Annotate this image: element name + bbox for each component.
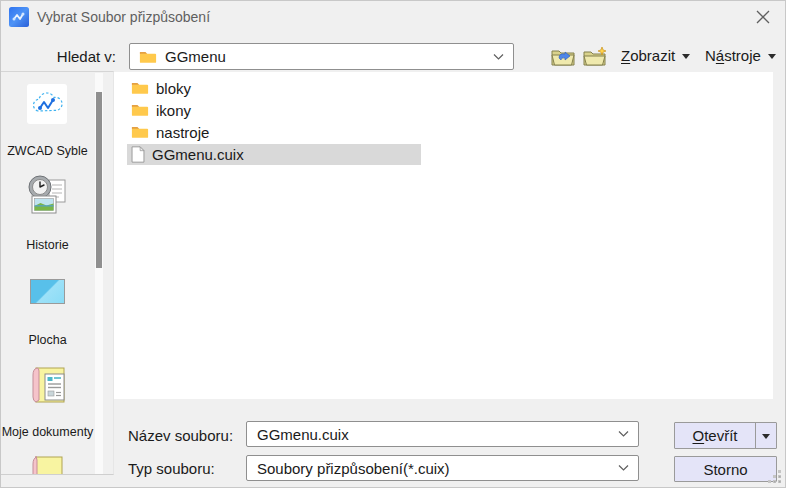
titlebar[interactable]: Vybrat Soubor přizpůsobení [1, 1, 785, 33]
create-new-folder-button[interactable] [582, 45, 609, 68]
folder-icon [131, 125, 149, 139]
view-menu[interactable]: Zobrazit [621, 47, 690, 64]
look-in-combobox[interactable]: GGmenu [129, 43, 514, 70]
sidebar-item-partial[interactable] [30, 455, 66, 475]
dialog-title: Vybrat Soubor přizpůsobení [37, 9, 210, 25]
sidebar-label-plocha[interactable]: Plocha [1, 333, 94, 347]
file-type-combobox[interactable]: Soubory přizpůsobení(*.cuix) [246, 455, 639, 481]
document-icon [131, 146, 145, 163]
view-menu-label: Zobrazit [621, 47, 675, 64]
sidebar-label-moje-dokumenty[interactable]: Moje dokumenty [1, 425, 94, 439]
zwcad-cloud-icon [27, 84, 67, 124]
chevron-down-icon[interactable] [493, 53, 504, 60]
app-logo-icon [9, 7, 29, 27]
file-name: ikony [156, 102, 191, 119]
sidebar-scrollbar[interactable] [95, 73, 103, 474]
file-row-selected[interactable]: GGmenu.cuix [114, 143, 773, 165]
sidebar-label-zwcad-syble[interactable]: ZWCAD Syble [1, 144, 94, 158]
back-folder-icon [551, 46, 576, 67]
open-dropdown-button[interactable] [755, 423, 776, 448]
file-name: bloky [156, 80, 191, 97]
open-file-dialog: Vybrat Soubor přizpůsobení Hledat v: GGm… [0, 0, 786, 488]
sidebar-item-moje-dokumenty[interactable] [28, 365, 70, 407]
last-folder-visited-button[interactable] [550, 45, 577, 68]
history-icon [25, 172, 71, 218]
resize-grip[interactable] [765, 467, 783, 485]
tools-menu[interactable]: Nástroje [705, 47, 776, 64]
file-row[interactable]: ikony [114, 99, 773, 121]
folder-icon [131, 81, 149, 95]
file-row[interactable]: bloky [114, 77, 773, 99]
file-row[interactable]: nastroje [114, 121, 773, 143]
chevron-down-icon[interactable] [618, 465, 629, 472]
sidebar-item-historie[interactable] [25, 172, 71, 218]
file-name: nastroje [156, 124, 209, 141]
chevron-down-icon[interactable] [618, 431, 629, 438]
cancel-button[interactable]: Storno [674, 456, 777, 482]
folder-icon [139, 50, 157, 64]
folder-partial-icon [30, 455, 66, 475]
desktop-icon [30, 279, 65, 304]
my-documents-icon [28, 365, 70, 407]
folder-icon [131, 103, 149, 117]
file-name-label: Název souboru: [128, 427, 233, 444]
file-name-combobox[interactable]: GGmenu.cuix [246, 421, 639, 447]
tools-menu-label: Nástroje [705, 47, 761, 64]
places-sidebar: ZWCAD Syble Historie Plocha [1, 71, 114, 475]
close-icon [756, 10, 770, 24]
menu-arrow-icon [768, 54, 776, 59]
open-split-button: Otevřít [674, 422, 777, 449]
new-folder-icon [583, 46, 608, 67]
scrollbar-thumb[interactable] [96, 92, 102, 268]
open-button-label: Otevřít [692, 427, 737, 444]
close-button[interactable] [741, 1, 785, 33]
file-name: GGmenu.cuix [152, 146, 244, 163]
file-type-label: Typ souboru: [128, 460, 215, 477]
look-in-label: Hledat v: [1, 48, 116, 65]
look-in-value: GGmenu [165, 48, 226, 65]
sidebar-item-plocha[interactable] [30, 279, 65, 304]
open-button[interactable]: Otevřít [675, 423, 755, 448]
sidebar-item-zwcad-syble[interactable] [27, 84, 67, 124]
dropdown-arrow-icon [762, 434, 770, 439]
file-type-value: Soubory přizpůsobení(*.cuix) [257, 460, 450, 477]
file-list[interactable]: bloky ikony nastroje [114, 72, 773, 399]
file-name-value: GGmenu.cuix [257, 426, 349, 443]
menu-arrow-icon [682, 54, 690, 59]
sidebar-label-historie[interactable]: Historie [1, 238, 94, 252]
